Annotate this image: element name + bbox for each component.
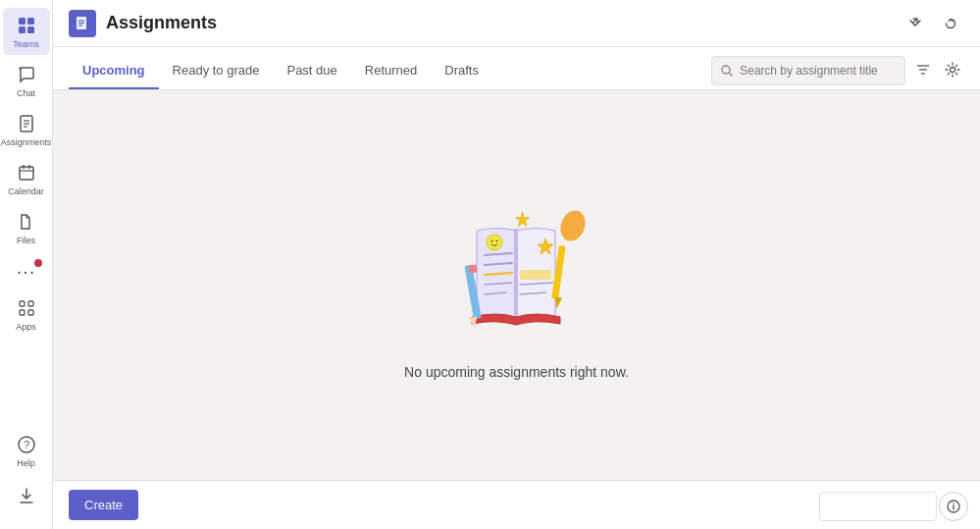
svg-rect-34 — [520, 270, 551, 280]
teams-icon — [15, 14, 38, 37]
page-title: Assignments — [106, 13, 217, 33]
search-box[interactable] — [711, 56, 905, 85]
app-header: Assignments — [53, 0, 980, 47]
svg-point-38 — [487, 235, 502, 250]
svg-point-28 — [951, 67, 955, 72]
svg-rect-3 — [27, 26, 34, 33]
content-area: No upcoming assignments right now. — [53, 90, 980, 480]
svg-rect-8 — [20, 167, 33, 180]
app-header-icon — [69, 10, 96, 37]
svg-rect-43 — [469, 264, 478, 273]
sidebar-item-calendar[interactable]: Calendar — [3, 155, 50, 202]
create-button[interactable]: Create — [69, 490, 138, 520]
sidebar: Teams Chat Assignments — [0, 0, 53, 529]
book-illustration — [428, 191, 604, 348]
tab-returned[interactable]: Returned — [351, 53, 431, 89]
tab-search-area — [711, 56, 964, 89]
sidebar-item-assignments-label: Assignments — [1, 137, 52, 147]
svg-line-24 — [730, 74, 733, 77]
empty-state: No upcoming assignments right now. — [404, 191, 629, 380]
svg-rect-14 — [20, 310, 25, 315]
svg-point-50 — [953, 503, 954, 504]
sidebar-item-files-label: Files — [17, 236, 35, 245]
svg-rect-15 — [28, 310, 33, 315]
sidebar-item-calendar-label: Calendar — [8, 186, 44, 196]
tab-drafts[interactable]: Drafts — [431, 53, 492, 89]
svg-point-40 — [496, 239, 498, 241]
sidebar-item-apps[interactable]: Apps — [3, 291, 50, 338]
sidebar-item-chat-label: Chat — [17, 88, 35, 98]
refresh-button[interactable] — [937, 10, 964, 37]
help-icon: ? — [15, 433, 38, 456]
search-input[interactable] — [740, 64, 897, 78]
tab-past-due[interactable]: Past due — [273, 53, 350, 89]
settings-button[interactable] — [941, 58, 964, 84]
svg-marker-46 — [516, 212, 530, 227]
calendar-icon — [15, 161, 38, 185]
svg-rect-2 — [19, 26, 26, 33]
download-icon — [15, 484, 38, 507]
empty-message: No upcoming assignments right now. — [404, 364, 629, 380]
bottom-bar: Create — [53, 480, 980, 529]
chat-icon — [15, 63, 38, 86]
svg-text:?: ? — [23, 439, 28, 450]
sidebar-item-assignments[interactable]: Assignments — [3, 106, 50, 153]
apps-icon — [15, 296, 38, 320]
sidebar-item-help[interactable]: ? Help — [3, 427, 50, 474]
svg-rect-1 — [27, 18, 34, 25]
filter-button[interactable] — [911, 58, 935, 84]
svg-point-23 — [722, 66, 730, 74]
header-actions — [902, 10, 964, 37]
svg-rect-12 — [20, 301, 25, 306]
search-icon — [720, 64, 734, 78]
notification-dot — [34, 259, 42, 267]
svg-rect-0 — [19, 18, 26, 25]
sidebar-item-teams-label: Teams — [13, 39, 39, 49]
files-icon — [15, 210, 38, 234]
assignments-icon — [15, 112, 38, 135]
sidebar-item-files[interactable]: Files — [3, 204, 50, 251]
svg-point-47 — [557, 206, 590, 243]
sidebar-item-chat[interactable]: Chat — [3, 57, 50, 104]
minimize-button[interactable] — [902, 10, 929, 37]
sidebar-item-more[interactable]: ··· — [3, 253, 50, 289]
tabs-bar: Upcoming Ready to grade Past due Returne… — [53, 47, 980, 90]
sidebar-item-teams[interactable]: Teams — [3, 8, 50, 55]
sidebar-item-apps-label: Apps — [16, 322, 36, 332]
sidebar-item-download[interactable] — [3, 478, 50, 513]
svg-rect-13 — [28, 301, 33, 306]
tab-upcoming[interactable]: Upcoming — [69, 53, 159, 89]
info-button[interactable] — [939, 492, 968, 521]
tab-ready-to-grade[interactable]: Ready to grade — [159, 53, 274, 89]
svg-point-39 — [491, 239, 493, 241]
bottom-search-box[interactable] — [819, 492, 937, 521]
sidebar-bottom: ? Help — [3, 427, 50, 513]
main-content: Assignments Upcoming Ready to grade Past… — [53, 0, 980, 529]
sidebar-item-help-label: Help — [17, 458, 35, 468]
